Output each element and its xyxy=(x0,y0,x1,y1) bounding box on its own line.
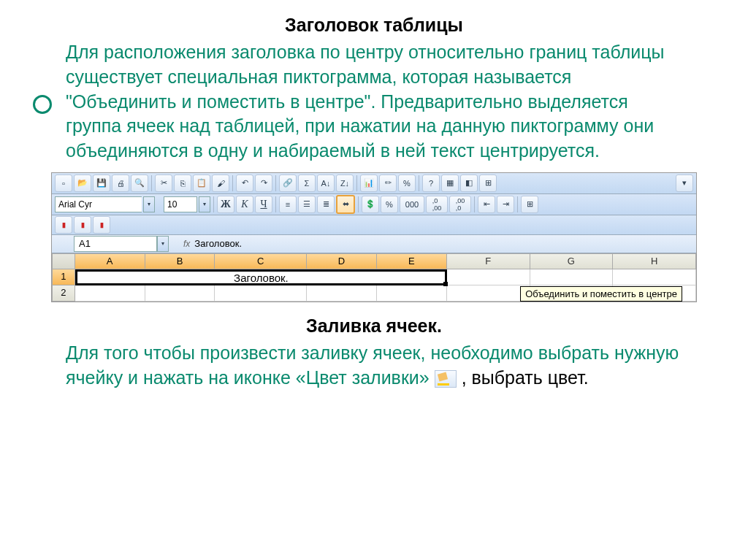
cell-h1[interactable] xyxy=(613,269,696,285)
bullet-marker xyxy=(33,95,52,114)
paragraph-2-tail: , выбрать цвет. xyxy=(462,367,589,388)
section-heading-1: Заголовок таблицы xyxy=(66,15,682,36)
sort-desc-icon[interactable]: Z↓ xyxy=(336,174,354,192)
new-icon[interactable]: ▫ xyxy=(55,174,72,192)
row-header-2[interactable]: 2 xyxy=(52,285,75,302)
hyperlink-icon[interactable]: 🔗 xyxy=(279,174,297,192)
indent-dec-icon[interactable]: ⇤ xyxy=(478,196,495,213)
cell-g1[interactable] xyxy=(530,269,614,285)
cell-c2[interactable] xyxy=(215,285,307,302)
align-left-icon[interactable]: ≡ xyxy=(279,196,297,213)
misc2-icon[interactable]: ◧ xyxy=(460,174,478,192)
cut-icon[interactable]: ✂ xyxy=(155,174,172,192)
select-all-corner[interactable] xyxy=(52,253,75,269)
print-icon[interactable]: 🖨 xyxy=(112,174,129,192)
autosum-icon[interactable]: Σ xyxy=(298,174,316,192)
paragraph-1-text: Для расположения заголовка по центру отн… xyxy=(66,42,664,161)
bold-button[interactable]: Ж xyxy=(217,196,234,213)
dec-decimal-button[interactable]: ,00,0 xyxy=(449,196,471,213)
merge-center-button[interactable]: ⬌ xyxy=(336,195,355,214)
zoom-icon[interactable]: % xyxy=(398,174,416,192)
open-icon[interactable]: 📂 xyxy=(74,174,91,192)
separator xyxy=(151,175,152,191)
preview-icon[interactable]: 🔍 xyxy=(131,174,148,192)
inc-decimal-button[interactable]: ,0,00 xyxy=(426,196,448,213)
pdf-icon-2[interactable]: ▮ xyxy=(74,216,91,234)
drawing-icon[interactable]: ✏ xyxy=(379,174,397,192)
separator xyxy=(419,175,419,191)
separator xyxy=(517,196,518,212)
percent-button[interactable]: % xyxy=(381,196,398,213)
borders-icon[interactable]: ⊞ xyxy=(521,196,538,213)
align-right-icon[interactable]: ≣ xyxy=(317,196,335,213)
format-painter-icon[interactable]: 🖌 xyxy=(212,174,229,192)
undo-icon[interactable]: ↶ xyxy=(236,174,253,192)
cell-a2[interactable] xyxy=(75,285,145,302)
size-dropdown-icon[interactable]: ▾ xyxy=(199,196,210,212)
standard-toolbar: ▫ 📂 💾 🖨 🔍 ✂ ⎘ 📋 🖌 ↶ ↷ 🔗 Σ A↓ Z↓ 📊 ✏ % ? … xyxy=(52,173,696,194)
font-dropdown-icon[interactable]: ▾ xyxy=(143,196,155,212)
row-1: 1 Заголовок. xyxy=(52,269,696,285)
col-header-g[interactable]: G xyxy=(530,253,614,269)
separator xyxy=(232,175,233,191)
font-name-box[interactable]: Arial Cyr xyxy=(55,196,142,212)
merged-cell-a1-e1[interactable]: Заголовок. xyxy=(75,269,448,285)
italic-button[interactable]: К xyxy=(236,196,253,213)
col-header-e[interactable]: E xyxy=(377,253,447,269)
paragraph-1: Для расположения заголовка по центру отн… xyxy=(66,40,682,164)
fx-label[interactable]: fx xyxy=(183,239,190,249)
formatting-toolbar: Arial Cyr ▾ 10 ▾ Ж К Ч ≡ ☰ ≣ ⬌ 💲 % 000 ,… xyxy=(52,194,696,215)
separator xyxy=(358,196,359,212)
indent-inc-icon[interactable]: ⇥ xyxy=(497,196,514,213)
chart-icon[interactable]: 📊 xyxy=(360,174,378,192)
fill-color-icon xyxy=(435,370,457,388)
help-icon[interactable]: ? xyxy=(422,174,440,192)
formula-text[interactable]: Заголовок. xyxy=(194,238,242,249)
separator xyxy=(213,196,214,212)
copy-icon[interactable]: ⎘ xyxy=(174,174,191,192)
save-icon[interactable]: 💾 xyxy=(93,174,110,192)
merge-tooltip: Объединить и поместить в центре xyxy=(520,286,682,302)
cell-b2[interactable] xyxy=(145,285,215,302)
pdf-icon-3[interactable]: ▮ xyxy=(93,216,110,234)
col-header-d[interactable]: D xyxy=(307,253,377,269)
cell-d2[interactable] xyxy=(307,285,377,302)
pdf-toolbar: ▮ ▮ ▮ xyxy=(52,215,696,235)
pdf-icon-1[interactable]: ▮ xyxy=(55,216,72,234)
underline-button[interactable]: Ч xyxy=(255,196,272,213)
paragraph-2: Для того чтобы произвести заливку ячеек,… xyxy=(66,341,682,391)
col-header-f[interactable]: F xyxy=(447,253,530,269)
misc-icon[interactable]: ▦ xyxy=(441,174,459,192)
font-size-box[interactable]: 10 xyxy=(164,196,197,212)
column-headers: A B C D E F G H xyxy=(52,253,696,269)
excel-screenshot: ▫ 📂 💾 🖨 🔍 ✂ ⎘ 📋 🖌 ↶ ↷ 🔗 Σ A↓ Z↓ 📊 ✏ % ? … xyxy=(51,172,697,302)
thousands-button[interactable]: 000 xyxy=(400,196,424,213)
name-dropdown-icon[interactable]: ▾ xyxy=(157,236,169,252)
cell-e2[interactable] xyxy=(377,285,447,302)
formula-bar: A1 ▾ fx Заголовок. xyxy=(52,235,696,253)
separator xyxy=(474,196,475,212)
align-center-icon[interactable]: ☰ xyxy=(298,196,316,213)
separator xyxy=(275,196,276,212)
col-header-b[interactable]: B xyxy=(145,253,215,269)
redo-icon[interactable]: ↷ xyxy=(255,174,272,192)
options-icon[interactable]: ▾ xyxy=(676,174,693,192)
name-box[interactable]: A1 xyxy=(74,236,157,252)
section-heading-2: Заливка ячеек. xyxy=(66,315,682,337)
col-header-c[interactable]: C xyxy=(215,253,307,269)
separator xyxy=(356,175,357,191)
cell-f1[interactable] xyxy=(447,269,530,285)
col-header-h[interactable]: H xyxy=(613,253,696,269)
col-header-a[interactable]: A xyxy=(75,253,145,269)
currency-icon[interactable]: 💲 xyxy=(362,196,379,213)
cell-f2[interactable] xyxy=(447,285,530,302)
misc3-icon[interactable]: ⊞ xyxy=(479,174,497,192)
paste-icon[interactable]: 📋 xyxy=(193,174,210,192)
sort-asc-icon[interactable]: A↓ xyxy=(317,174,335,192)
separator xyxy=(275,175,276,191)
row-header-1[interactable]: 1 xyxy=(52,269,75,285)
